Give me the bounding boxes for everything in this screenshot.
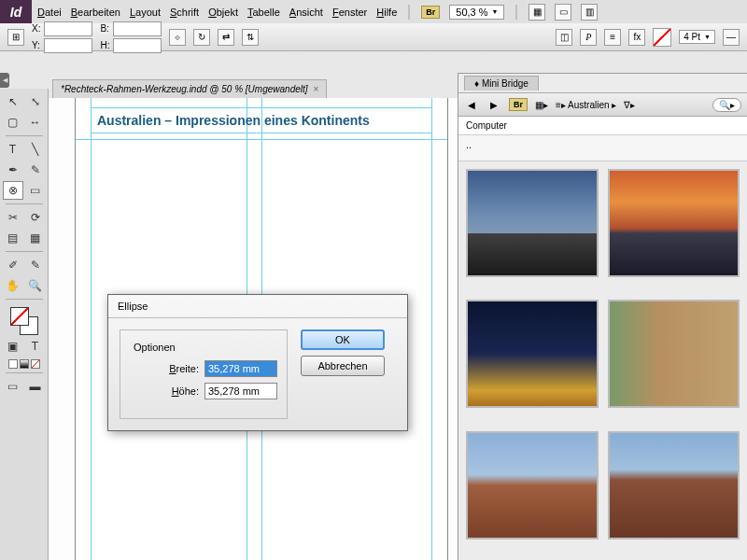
hoehe-input[interactable]	[204, 383, 277, 399]
view-icon[interactable]: ▦▸	[535, 100, 548, 110]
guide	[76, 139, 447, 140]
breite-input[interactable]	[204, 360, 277, 377]
type-tool[interactable]: T	[3, 140, 23, 159]
page-tool[interactable]: ▢	[3, 113, 23, 132]
thumbnail[interactable]	[466, 300, 599, 408]
thumbnail-grid	[458, 161, 747, 560]
menu-bearbeiten[interactable]: Bearbeiten	[71, 7, 120, 18]
direct-selection-tool[interactable]: ⤡	[25, 92, 46, 111]
thumbnail[interactable]	[608, 169, 740, 277]
note-tool[interactable]: ✐	[3, 256, 23, 274]
bridge-icon[interactable]: Br	[509, 98, 528, 111]
tool-panel: ↖ ⤡ ▢ ↔ T ╲ ✒ ✎ ⊗ ▭ ✂ ⟳ ▤ ▦ ✐ ✎ ✋ 🔍 ▣ T	[0, 89, 49, 560]
menu-datei[interactable]: Datei	[37, 7, 62, 18]
chevron-down-icon: ▼	[492, 8, 499, 15]
title-frame[interactable]: Australien – Impressionen eines Kontinen…	[91, 107, 432, 133]
menu-hilfe[interactable]: Hilfe	[376, 7, 397, 18]
menu-tabelle[interactable]: Tabelle	[247, 7, 280, 18]
apply-gradient-icon[interactable]	[20, 359, 29, 369]
nav-back-icon[interactable]: ◀	[464, 97, 479, 112]
document-tab[interactable]: *Rechteck-Rahmen-Werkzeug.indd @ 50 % [U…	[52, 79, 327, 98]
app-badge: Id	[0, 0, 32, 23]
ellipse-frame-tool[interactable]: ⊗	[3, 181, 23, 200]
align-icon[interactable]: ≡	[604, 29, 621, 46]
container-format-icon[interactable]: ▣	[3, 337, 23, 356]
gradient-swatch-tool[interactable]: ▤	[3, 229, 23, 247]
close-tab-icon[interactable]: ×	[314, 84, 319, 94]
screen-mode-icon[interactable]: ▭	[555, 4, 571, 21]
view-mode-normal-icon[interactable]: ▭	[3, 377, 23, 396]
pen-tool[interactable]: ✒	[3, 161, 23, 179]
menu-objekt[interactable]: Objekt	[208, 7, 238, 18]
fill-none-icon[interactable]	[653, 28, 671, 47]
fill-stroke-swatch[interactable]	[10, 307, 38, 335]
thumbnail[interactable]	[466, 431, 599, 539]
panel-tabs: ♦ Mini Bridge	[458, 74, 747, 92]
line-tool[interactable]: ╲	[25, 140, 46, 159]
zoom-tool[interactable]: 🔍	[25, 276, 46, 295]
options-fieldset: Optionen Breite: Höhe:	[120, 329, 288, 419]
view-mode-preview-icon[interactable]: ▬	[25, 377, 46, 396]
breadcrumb[interactable]: ≡▸ Australien ▸	[556, 100, 616, 110]
filter-icon[interactable]: ∇▸	[624, 100, 635, 110]
thumbnail[interactable]	[466, 169, 599, 277]
separator	[515, 5, 517, 20]
paragraph-icon[interactable]: P	[580, 29, 597, 46]
chevron-down-icon: ▼	[704, 34, 711, 40]
scissors-tool[interactable]: ✂	[3, 208, 23, 227]
link-icon[interactable]: ⟐	[169, 29, 186, 46]
zoom-select[interactable]: 50,3 %▼	[449, 5, 504, 20]
rotate-icon[interactable]: ↻	[193, 29, 210, 46]
flip-v-icon[interactable]: ⇅	[242, 29, 259, 46]
page-title: Australien – Impressionen eines Kontinen…	[97, 113, 370, 128]
bridge-toolbar: ◀ ▶ Br ▦▸ ≡▸ Australien ▸ ∇▸ 🔍▸	[458, 92, 747, 117]
b-input[interactable]	[113, 21, 162, 36]
menu-bar: Datei Bearbeiten Layout Schrift Objekt T…	[32, 0, 747, 23]
menu-fenster[interactable]: Fenster	[332, 7, 367, 18]
gap-tool[interactable]: ↔	[25, 113, 46, 132]
selection-tool[interactable]: ↖	[3, 92, 23, 111]
apply-none-icon[interactable]	[31, 359, 40, 369]
bridge-button[interactable]: Br	[421, 6, 440, 19]
stroke-weight-select[interactable]: 4 Pt▼	[679, 30, 715, 44]
bridge-parent-link[interactable]: ..	[458, 135, 747, 161]
menu-layout[interactable]: Layout	[130, 7, 161, 18]
transform-tool[interactable]: ⟳	[25, 208, 46, 227]
stroke-style-icon[interactable]: —	[723, 29, 740, 46]
select-container-icon[interactable]: ◫	[556, 29, 572, 46]
arrange-docs-icon[interactable]: ▥	[581, 4, 598, 21]
ok-button[interactable]: OK	[301, 329, 385, 350]
guide	[431, 98, 432, 560]
y-input[interactable]	[44, 38, 92, 53]
ref-point-icon[interactable]: ⊞	[7, 29, 24, 46]
mini-bridge-panel: ♦ Mini Bridge ◀ ▶ Br ▦▸ ≡▸ Australien ▸ …	[458, 73, 747, 560]
rectangle-tool[interactable]: ▭	[25, 181, 46, 200]
separator	[408, 5, 410, 20]
cancel-button[interactable]: Abbrechen	[301, 356, 385, 376]
text-format-icon[interactable]: T	[25, 337, 46, 356]
search-input[interactable]: 🔍▸	[712, 98, 741, 112]
gradient-feather-tool[interactable]: ▦	[25, 229, 46, 247]
menu-ansicht[interactable]: Ansicht	[289, 7, 323, 18]
flip-h-icon[interactable]: ⇄	[218, 29, 234, 46]
view-options-icon[interactable]: ▦	[529, 4, 545, 21]
pencil-tool[interactable]: ✎	[25, 161, 46, 179]
thumbnail[interactable]	[608, 431, 740, 539]
hoehe-label: Höhe:	[172, 385, 199, 397]
effects-icon[interactable]: fx	[628, 29, 645, 46]
breite-label: Breite:	[169, 363, 199, 374]
mini-bridge-tab[interactable]: ♦ Mini Bridge	[464, 76, 539, 91]
guide	[91, 98, 92, 560]
x-input[interactable]	[44, 21, 92, 36]
hand-tool[interactable]: ✋	[3, 276, 23, 295]
panel-collapse-tab[interactable]: ◀	[0, 73, 9, 88]
thumbnail[interactable]	[608, 300, 740, 408]
apply-color-icon[interactable]	[8, 359, 18, 369]
ellipse-dialog: Ellipse Optionen Breite: Höhe: OK Abbrec…	[107, 294, 408, 431]
nav-forward-icon[interactable]: ▶	[486, 97, 501, 112]
eyedropper-tool[interactable]: ✎	[25, 256, 46, 274]
h-input[interactable]	[113, 38, 162, 53]
menu-schrift[interactable]: Schrift	[170, 7, 199, 18]
bridge-path[interactable]: Computer	[458, 117, 747, 135]
dialog-title: Ellipse	[108, 295, 407, 318]
